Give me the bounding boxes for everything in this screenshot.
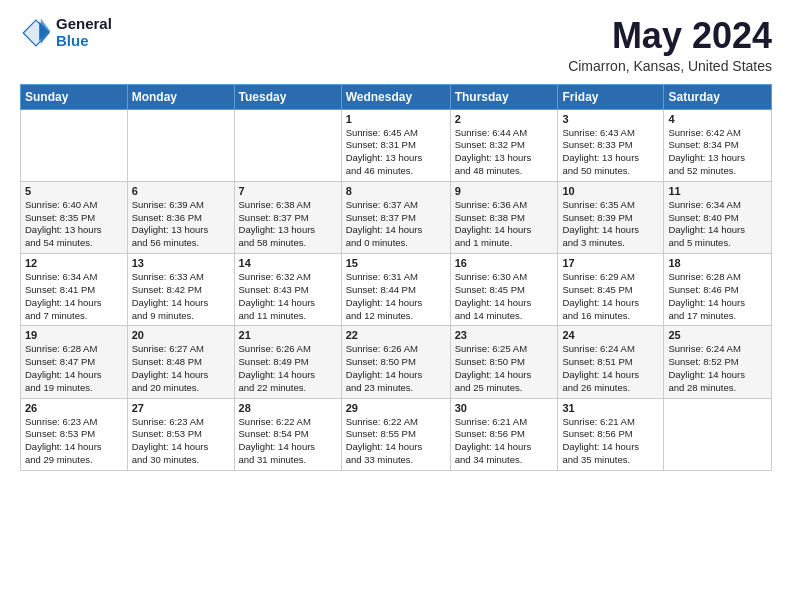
calendar-cell: [664, 398, 772, 470]
header: General Blue May 2024 Cimarron, Kansas, …: [20, 16, 772, 74]
page: General Blue May 2024 Cimarron, Kansas, …: [0, 0, 792, 612]
day-info: Sunrise: 6:38 AMSunset: 8:37 PMDaylight:…: [239, 199, 337, 250]
logo-icon: [20, 17, 52, 49]
calendar-cell: 15Sunrise: 6:31 AMSunset: 8:44 PMDayligh…: [341, 254, 450, 326]
calendar-cell: 29Sunrise: 6:22 AMSunset: 8:55 PMDayligh…: [341, 398, 450, 470]
calendar-cell: 3Sunrise: 6:43 AMSunset: 8:33 PMDaylight…: [558, 109, 664, 181]
day-number: 1: [346, 113, 446, 125]
day-info: Sunrise: 6:26 AMSunset: 8:50 PMDaylight:…: [346, 343, 446, 394]
day-info: Sunrise: 6:23 AMSunset: 8:53 PMDaylight:…: [132, 416, 230, 467]
calendar-cell: 24Sunrise: 6:24 AMSunset: 8:51 PMDayligh…: [558, 326, 664, 398]
day-number: 22: [346, 329, 446, 341]
calendar-cell: 31Sunrise: 6:21 AMSunset: 8:56 PMDayligh…: [558, 398, 664, 470]
calendar-cell: 4Sunrise: 6:42 AMSunset: 8:34 PMDaylight…: [664, 109, 772, 181]
calendar-week-row: 12Sunrise: 6:34 AMSunset: 8:41 PMDayligh…: [21, 254, 772, 326]
day-number: 5: [25, 185, 123, 197]
calendar-cell: [127, 109, 234, 181]
weekday-header: Friday: [558, 84, 664, 109]
weekday-header: Thursday: [450, 84, 558, 109]
day-info: Sunrise: 6:29 AMSunset: 8:45 PMDaylight:…: [562, 271, 659, 322]
calendar-week-row: 26Sunrise: 6:23 AMSunset: 8:53 PMDayligh…: [21, 398, 772, 470]
calendar-cell: 19Sunrise: 6:28 AMSunset: 8:47 PMDayligh…: [21, 326, 128, 398]
day-number: 17: [562, 257, 659, 269]
calendar-cell: 10Sunrise: 6:35 AMSunset: 8:39 PMDayligh…: [558, 181, 664, 253]
day-info: Sunrise: 6:35 AMSunset: 8:39 PMDaylight:…: [562, 199, 659, 250]
day-number: 9: [455, 185, 554, 197]
day-info: Sunrise: 6:21 AMSunset: 8:56 PMDaylight:…: [562, 416, 659, 467]
day-info: Sunrise: 6:28 AMSunset: 8:47 PMDaylight:…: [25, 343, 123, 394]
calendar-cell: 22Sunrise: 6:26 AMSunset: 8:50 PMDayligh…: [341, 326, 450, 398]
day-info: Sunrise: 6:24 AMSunset: 8:51 PMDaylight:…: [562, 343, 659, 394]
day-info: Sunrise: 6:34 AMSunset: 8:41 PMDaylight:…: [25, 271, 123, 322]
day-number: 11: [668, 185, 767, 197]
weekday-header: Tuesday: [234, 84, 341, 109]
day-number: 23: [455, 329, 554, 341]
day-info: Sunrise: 6:24 AMSunset: 8:52 PMDaylight:…: [668, 343, 767, 394]
day-number: 25: [668, 329, 767, 341]
day-info: Sunrise: 6:45 AMSunset: 8:31 PMDaylight:…: [346, 127, 446, 178]
day-number: 24: [562, 329, 659, 341]
day-info: Sunrise: 6:23 AMSunset: 8:53 PMDaylight:…: [25, 416, 123, 467]
calendar-cell: 11Sunrise: 6:34 AMSunset: 8:40 PMDayligh…: [664, 181, 772, 253]
calendar-cell: 18Sunrise: 6:28 AMSunset: 8:46 PMDayligh…: [664, 254, 772, 326]
calendar-cell: [234, 109, 341, 181]
day-info: Sunrise: 6:40 AMSunset: 8:35 PMDaylight:…: [25, 199, 123, 250]
day-number: 18: [668, 257, 767, 269]
day-info: Sunrise: 6:21 AMSunset: 8:56 PMDaylight:…: [455, 416, 554, 467]
day-info: Sunrise: 6:22 AMSunset: 8:55 PMDaylight:…: [346, 416, 446, 467]
day-info: Sunrise: 6:36 AMSunset: 8:38 PMDaylight:…: [455, 199, 554, 250]
weekday-header: Wednesday: [341, 84, 450, 109]
day-number: 30: [455, 402, 554, 414]
day-number: 6: [132, 185, 230, 197]
calendar-cell: 6Sunrise: 6:39 AMSunset: 8:36 PMDaylight…: [127, 181, 234, 253]
logo-text: General Blue: [56, 16, 112, 49]
calendar-cell: 16Sunrise: 6:30 AMSunset: 8:45 PMDayligh…: [450, 254, 558, 326]
calendar-cell: 8Sunrise: 6:37 AMSunset: 8:37 PMDaylight…: [341, 181, 450, 253]
day-number: 29: [346, 402, 446, 414]
day-info: Sunrise: 6:31 AMSunset: 8:44 PMDaylight:…: [346, 271, 446, 322]
day-info: Sunrise: 6:44 AMSunset: 8:32 PMDaylight:…: [455, 127, 554, 178]
calendar-cell: 17Sunrise: 6:29 AMSunset: 8:45 PMDayligh…: [558, 254, 664, 326]
day-info: Sunrise: 6:33 AMSunset: 8:42 PMDaylight:…: [132, 271, 230, 322]
day-number: 28: [239, 402, 337, 414]
calendar-cell: 20Sunrise: 6:27 AMSunset: 8:48 PMDayligh…: [127, 326, 234, 398]
calendar-cell: 1Sunrise: 6:45 AMSunset: 8:31 PMDaylight…: [341, 109, 450, 181]
day-info: Sunrise: 6:34 AMSunset: 8:40 PMDaylight:…: [668, 199, 767, 250]
day-number: 13: [132, 257, 230, 269]
day-number: 7: [239, 185, 337, 197]
day-info: Sunrise: 6:27 AMSunset: 8:48 PMDaylight:…: [132, 343, 230, 394]
month-title: May 2024: [568, 16, 772, 56]
day-info: Sunrise: 6:22 AMSunset: 8:54 PMDaylight:…: [239, 416, 337, 467]
day-number: 21: [239, 329, 337, 341]
day-info: Sunrise: 6:28 AMSunset: 8:46 PMDaylight:…: [668, 271, 767, 322]
calendar-table: SundayMondayTuesdayWednesdayThursdayFrid…: [20, 84, 772, 471]
calendar-header-row: SundayMondayTuesdayWednesdayThursdayFrid…: [21, 84, 772, 109]
calendar-week-row: 5Sunrise: 6:40 AMSunset: 8:35 PMDaylight…: [21, 181, 772, 253]
calendar-cell: 23Sunrise: 6:25 AMSunset: 8:50 PMDayligh…: [450, 326, 558, 398]
calendar-cell: 27Sunrise: 6:23 AMSunset: 8:53 PMDayligh…: [127, 398, 234, 470]
day-info: Sunrise: 6:43 AMSunset: 8:33 PMDaylight:…: [562, 127, 659, 178]
day-info: Sunrise: 6:39 AMSunset: 8:36 PMDaylight:…: [132, 199, 230, 250]
day-number: 26: [25, 402, 123, 414]
day-info: Sunrise: 6:30 AMSunset: 8:45 PMDaylight:…: [455, 271, 554, 322]
calendar-cell: 7Sunrise: 6:38 AMSunset: 8:37 PMDaylight…: [234, 181, 341, 253]
day-info: Sunrise: 6:32 AMSunset: 8:43 PMDaylight:…: [239, 271, 337, 322]
calendar-week-row: 19Sunrise: 6:28 AMSunset: 8:47 PMDayligh…: [21, 326, 772, 398]
day-number: 16: [455, 257, 554, 269]
calendar-cell: 12Sunrise: 6:34 AMSunset: 8:41 PMDayligh…: [21, 254, 128, 326]
calendar-cell: 26Sunrise: 6:23 AMSunset: 8:53 PMDayligh…: [21, 398, 128, 470]
weekday-header: Monday: [127, 84, 234, 109]
calendar-week-row: 1Sunrise: 6:45 AMSunset: 8:31 PMDaylight…: [21, 109, 772, 181]
calendar-cell: 9Sunrise: 6:36 AMSunset: 8:38 PMDaylight…: [450, 181, 558, 253]
logo-blue-text: Blue: [56, 33, 112, 50]
day-number: 2: [455, 113, 554, 125]
logo: General Blue: [20, 16, 112, 49]
day-number: 12: [25, 257, 123, 269]
day-info: Sunrise: 6:26 AMSunset: 8:49 PMDaylight:…: [239, 343, 337, 394]
day-info: Sunrise: 6:37 AMSunset: 8:37 PMDaylight:…: [346, 199, 446, 250]
calendar-cell: [21, 109, 128, 181]
calendar-cell: 14Sunrise: 6:32 AMSunset: 8:43 PMDayligh…: [234, 254, 341, 326]
calendar-cell: 2Sunrise: 6:44 AMSunset: 8:32 PMDaylight…: [450, 109, 558, 181]
calendar-cell: 25Sunrise: 6:24 AMSunset: 8:52 PMDayligh…: [664, 326, 772, 398]
day-number: 20: [132, 329, 230, 341]
